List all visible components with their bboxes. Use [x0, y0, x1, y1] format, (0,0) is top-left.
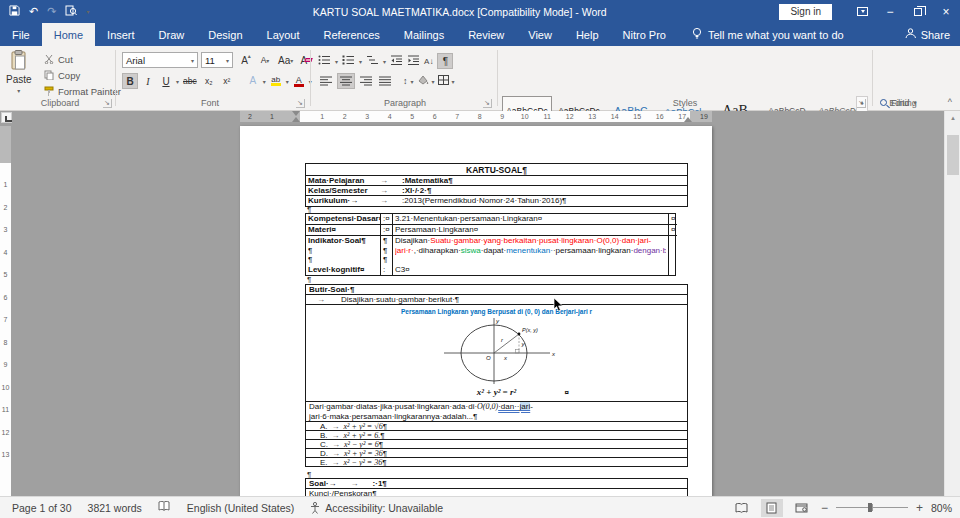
materi-value: Persamaan·Lingkaran¤	[393, 225, 669, 236]
strikethrough-button[interactable]: abc	[181, 73, 199, 89]
align-center-icon[interactable]	[337, 73, 355, 89]
document-page[interactable]: KARTU-SOAL¶ Mata·Pelajaran→:Matematika¶ …	[240, 126, 712, 496]
sign-in-button[interactable]: Sign in	[779, 4, 832, 20]
tell-me-box[interactable]: Tell me what you want to do	[692, 23, 844, 46]
line-spacing-icon[interactable]: ↕	[403, 76, 408, 86]
font-dialog-launcher-icon[interactable]: ↘	[296, 99, 305, 108]
ribbon-tab[interactable]: Review	[456, 23, 516, 46]
align-left-icon[interactable]	[318, 73, 334, 89]
numbering-icon[interactable]	[342, 55, 355, 67]
collapse-ribbon-icon[interactable]: ^	[948, 97, 952, 107]
word-count[interactable]: 3821 words	[88, 502, 142, 514]
share-person-icon	[905, 28, 916, 41]
align-right-icon[interactable]	[358, 73, 374, 89]
shrink-font-button[interactable]: A▾	[257, 52, 273, 68]
restore-icon[interactable]	[904, 0, 932, 23]
italic-button[interactable]: I	[140, 73, 156, 89]
font-size-combo[interactable]: 11▾	[201, 52, 233, 68]
paragraph-dialog-launcher-icon[interactable]: ↘	[483, 99, 492, 108]
ribbon-tab[interactable]: Home	[42, 23, 95, 46]
scroll-up-icon[interactable]: ▴	[945, 111, 960, 125]
zoom-slider-thumb[interactable]	[868, 503, 872, 512]
superscript-button[interactable]: x²	[219, 73, 235, 89]
vertical-scrollbar[interactable]: ▴	[944, 111, 960, 496]
web-layout-button[interactable]	[791, 499, 813, 517]
share-button[interactable]: Share	[905, 23, 950, 46]
right-indent-marker[interactable]	[684, 117, 692, 122]
zoom-level[interactable]: 80%	[931, 502, 952, 514]
borders-icon[interactable]	[438, 75, 449, 87]
show-marks-button[interactable]: ¶	[437, 53, 453, 69]
bold-button[interactable]: B	[122, 73, 138, 89]
bullets-icon[interactable]	[318, 55, 331, 67]
underline-button[interactable]: U	[158, 73, 174, 89]
qat-more-icon[interactable]: ▾	[86, 9, 89, 15]
decrease-indent-icon[interactable]	[390, 55, 403, 67]
undo-icon[interactable]: ↶	[29, 6, 38, 17]
zoom-slider[interactable]	[836, 507, 908, 508]
clear-formatting-button[interactable]: A	[298, 52, 314, 68]
justify-icon[interactable]	[377, 73, 393, 89]
multilevel-list-icon[interactable]	[366, 55, 379, 67]
ribbon-tab[interactable]: Help	[564, 23, 611, 46]
subscript-button[interactable]: x₂	[201, 73, 217, 89]
highlight-button[interactable]: ab	[268, 73, 284, 89]
read-mode-button[interactable]	[731, 499, 753, 517]
shading-caret-icon[interactable]: ▾	[432, 78, 435, 85]
tab-selector-button[interactable]	[1, 112, 12, 123]
page-indicator[interactable]: Page 1 of 30	[12, 502, 72, 514]
font-color-button[interactable]: A	[291, 73, 307, 89]
highlight-caret-icon[interactable]: ▾	[286, 78, 289, 85]
multilevel-caret-icon[interactable]: ▾	[383, 58, 386, 65]
first-line-indent-marker[interactable]	[292, 111, 300, 116]
ribbon-tab[interactable]: Design	[196, 23, 254, 46]
indikator-segment: dengan·benar·dan·tepat¶	[633, 246, 666, 255]
ribbon-tab[interactable]: Mailings	[392, 23, 456, 46]
paste-button[interactable]: Paste ▾	[6, 50, 32, 94]
ribbon-tab[interactable]: References	[312, 23, 392, 46]
option-row: E.→x² − y² = 36¶	[305, 457, 688, 467]
line-spacing-caret-icon[interactable]: ▾	[411, 78, 414, 85]
paste-icon	[10, 50, 27, 72]
increase-indent-icon[interactable]	[407, 55, 420, 67]
font-family-combo[interactable]: Arial▾	[122, 52, 198, 68]
ribbon-tab[interactable]: Nitro Pro	[611, 23, 678, 46]
ribbon-tab[interactable]: Layout	[255, 23, 312, 46]
change-case-button[interactable]: Aa▾	[276, 52, 295, 68]
figure-title: Persamaan Lingkaran yang Berpusat di (0,…	[309, 308, 684, 315]
borders-caret-icon[interactable]: ▾	[452, 78, 455, 85]
zoom-out-button[interactable]: −	[821, 501, 828, 515]
text-effects-button[interactable]: A	[245, 73, 261, 89]
ribbon-display-options-icon[interactable]	[848, 0, 876, 23]
cut-button[interactable]: Cut	[44, 52, 121, 67]
copy-button[interactable]: Copy	[44, 68, 121, 83]
language-indicator[interactable]: English (United States)	[187, 502, 294, 514]
styles-dialog-launcher-icon[interactable]: ↘	[857, 99, 866, 108]
save-icon[interactable]	[9, 5, 20, 18]
shading-icon[interactable]	[417, 75, 429, 87]
hanging-indent-marker[interactable]	[292, 117, 300, 122]
numbering-caret-icon[interactable]: ▾	[359, 58, 362, 65]
ribbon-tab[interactable]: Draw	[147, 23, 197, 46]
close-icon[interactable]: ×	[932, 0, 960, 23]
sort-icon[interactable]: A↓	[424, 57, 433, 66]
format-painter-button[interactable]: Format Painter	[44, 84, 121, 99]
minimize-icon[interactable]: −	[876, 0, 904, 23]
underline-caret-icon[interactable]: ▾	[176, 78, 179, 85]
accessibility-status[interactable]: Accessibility: Unavailable	[310, 502, 443, 514]
indikator-segment: ,·diharapkan·	[414, 246, 461, 255]
grow-caret-icon: ▴	[248, 52, 251, 59]
zoom-in-button[interactable]: +	[916, 501, 923, 515]
clipboard-dialog-launcher-icon[interactable]: ↘	[103, 99, 112, 108]
print-preview-icon[interactable]	[65, 5, 77, 18]
redo-icon[interactable]: ↷	[47, 6, 56, 17]
ribbon-tab[interactable]: Insert	[95, 23, 147, 46]
effects-caret-icon[interactable]: ▾	[263, 78, 266, 85]
scrollbar-thumb[interactable]	[947, 135, 959, 175]
grow-font-button[interactable]: A▴	[238, 52, 254, 68]
print-layout-button[interactable]	[761, 499, 783, 517]
ribbon-tab[interactable]: View	[516, 23, 564, 46]
ribbon-tab[interactable]: File	[0, 23, 42, 46]
proofing-icon[interactable]	[158, 501, 171, 514]
bullets-caret-icon[interactable]: ▾	[335, 58, 338, 65]
